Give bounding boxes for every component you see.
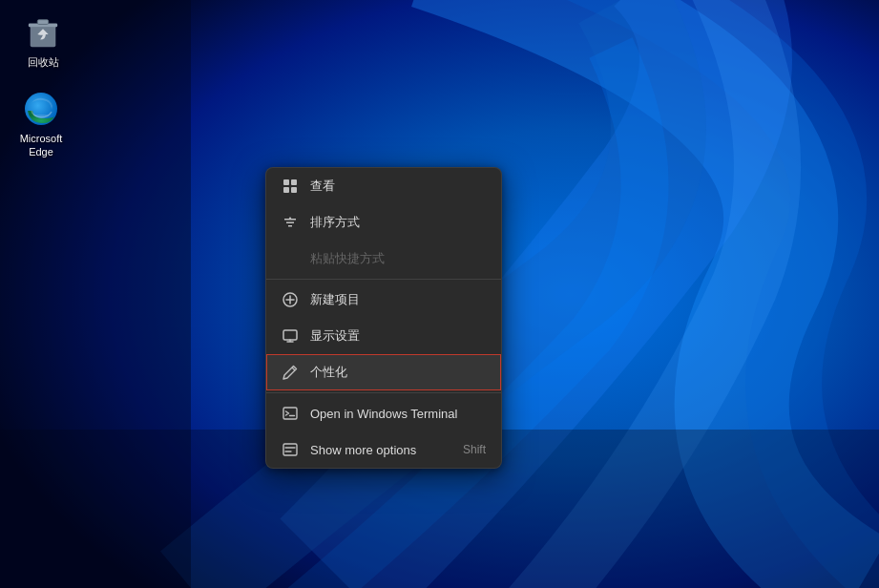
svg-rect-7	[283, 179, 289, 185]
menu-item-view[interactable]: 查看	[266, 168, 501, 204]
sort-icon	[282, 214, 299, 231]
edge-image	[22, 90, 60, 128]
edge-label-line2: Edge	[29, 145, 53, 158]
menu-item-more-options[interactable]: Show more options Shift	[266, 431, 501, 468]
desktop[interactable]: 回收站 Micr	[0, 0, 879, 588]
menu-item-personalize[interactable]: 个性化	[266, 354, 501, 390]
recycle-bin-label: 回收站	[28, 55, 59, 69]
menu-item-new[interactable]: 新建项目	[266, 282, 501, 318]
svg-rect-5	[37, 20, 48, 25]
menu-label-new: 新建项目	[310, 291, 360, 308]
menu-label-more: Show more options	[310, 443, 416, 457]
menu-item-display[interactable]: 显示设置	[266, 318, 501, 354]
grid-icon	[282, 178, 299, 195]
menu-label-sort: 排序方式	[310, 214, 360, 231]
menu-label-personalize: 个性化	[310, 364, 347, 381]
new-icon	[282, 291, 299, 308]
recycle-bin-image	[24, 13, 62, 52]
divider-1	[266, 279, 501, 280]
menu-item-sort[interactable]: 排序方式	[266, 204, 501, 241]
svg-rect-10	[291, 187, 297, 193]
edge-label-line1: Microsoft	[20, 132, 63, 145]
more-icon	[282, 441, 299, 458]
menu-label-paste: 粘贴快捷方式	[310, 250, 385, 267]
pencil-icon	[282, 364, 299, 381]
terminal-icon	[282, 405, 299, 422]
menu-item-terminal[interactable]: Open in Windows Terminal	[266, 395, 501, 431]
display-icon	[282, 327, 299, 345]
divider-2	[266, 392, 501, 393]
svg-rect-14	[283, 444, 297, 455]
menu-shortcut-more: Shift	[463, 443, 486, 456]
edge-icon-desktop[interactable]: Microsoft Edge	[8, 86, 74, 163]
recycle-bin-icon[interactable]: 回收站	[10, 10, 76, 73]
menu-label-view: 查看	[310, 178, 335, 195]
svg-rect-13	[283, 408, 297, 419]
svg-rect-12	[283, 330, 297, 340]
svg-rect-8	[291, 179, 297, 185]
context-menu: 查看 排序方式 粘贴快捷方式	[265, 167, 502, 469]
menu-label-display: 显示设置	[310, 327, 360, 345]
menu-item-paste-shortcut[interactable]: 粘贴快捷方式	[266, 241, 501, 277]
menu-label-terminal: Open in Windows Terminal	[310, 407, 457, 421]
svg-rect-9	[283, 187, 289, 193]
paste-icon	[282, 250, 299, 267]
